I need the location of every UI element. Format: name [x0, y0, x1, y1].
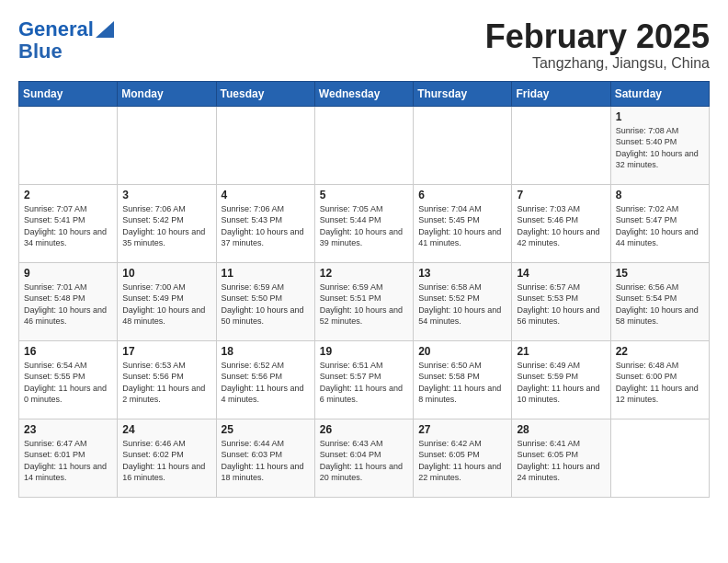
- calendar-cell: 20Sunrise: 6:50 AM Sunset: 5:58 PM Dayli…: [414, 340, 512, 419]
- calendar-cell: 15Sunrise: 6:56 AM Sunset: 5:54 PM Dayli…: [610, 262, 709, 340]
- calendar-cell: 24Sunrise: 6:46 AM Sunset: 6:02 PM Dayli…: [118, 419, 216, 497]
- day-number: 26: [320, 423, 408, 436]
- column-header-friday: Friday: [512, 81, 610, 106]
- calendar-table: SundayMondayTuesdayWednesdayThursdayFrid…: [18, 81, 710, 498]
- calendar-week-row: 1Sunrise: 7:08 AM Sunset: 5:40 PM Daylig…: [19, 106, 710, 184]
- calendar-cell: 26Sunrise: 6:43 AM Sunset: 6:04 PM Dayli…: [314, 419, 413, 497]
- day-number: 8: [616, 189, 704, 201]
- day-info: Sunrise: 7:05 AM Sunset: 5:44 PM Dayligh…: [320, 203, 408, 249]
- calendar-cell: 9Sunrise: 7:01 AM Sunset: 5:48 PM Daylig…: [19, 262, 118, 340]
- day-number: 27: [418, 423, 506, 436]
- calendar-cell: [512, 106, 610, 184]
- day-info: Sunrise: 7:00 AM Sunset: 5:49 PM Dayligh…: [122, 282, 210, 327]
- day-info: Sunrise: 7:06 AM Sunset: 5:43 PM Dayligh…: [222, 203, 310, 249]
- calendar-cell: 3Sunrise: 7:06 AM Sunset: 5:42 PM Daylig…: [118, 184, 216, 262]
- calendar-cell: 18Sunrise: 6:52 AM Sunset: 5:56 PM Dayli…: [216, 340, 314, 419]
- day-info: Sunrise: 6:50 AM Sunset: 5:58 PM Dayligh…: [418, 360, 506, 406]
- day-info: Sunrise: 6:57 AM Sunset: 5:53 PM Dayligh…: [517, 282, 605, 327]
- day-info: Sunrise: 6:56 AM Sunset: 5:54 PM Dayligh…: [616, 282, 704, 327]
- calendar-header-row: SundayMondayTuesdayWednesdayThursdayFrid…: [19, 81, 710, 106]
- calendar-cell: [118, 106, 216, 184]
- day-info: Sunrise: 6:59 AM Sunset: 5:50 PM Dayligh…: [222, 282, 310, 327]
- calendar-week-row: 9Sunrise: 7:01 AM Sunset: 5:48 PM Daylig…: [19, 262, 710, 340]
- day-number: 13: [418, 267, 506, 280]
- calendar-cell: 22Sunrise: 6:48 AM Sunset: 6:00 PM Dayli…: [610, 340, 709, 419]
- calendar-week-row: 2Sunrise: 7:07 AM Sunset: 5:41 PM Daylig…: [19, 184, 710, 262]
- calendar-cell: 27Sunrise: 6:42 AM Sunset: 6:05 PM Dayli…: [414, 419, 512, 497]
- calendar-cell: 1Sunrise: 7:08 AM Sunset: 5:40 PM Daylig…: [610, 106, 709, 184]
- calendar-cell: [414, 106, 512, 184]
- day-info: Sunrise: 6:46 AM Sunset: 6:02 PM Dayligh…: [122, 438, 210, 484]
- day-info: Sunrise: 6:58 AM Sunset: 5:52 PM Dayligh…: [418, 282, 506, 327]
- day-info: Sunrise: 6:48 AM Sunset: 6:00 PM Dayligh…: [616, 360, 704, 406]
- day-info: Sunrise: 6:44 AM Sunset: 6:03 PM Dayligh…: [222, 438, 310, 484]
- calendar-cell: 8Sunrise: 7:02 AM Sunset: 5:47 PM Daylig…: [610, 184, 709, 262]
- day-number: 23: [24, 423, 112, 436]
- day-number: 25: [222, 423, 310, 436]
- day-info: Sunrise: 6:42 AM Sunset: 6:05 PM Dayligh…: [418, 438, 506, 484]
- day-info: Sunrise: 6:59 AM Sunset: 5:51 PM Dayligh…: [320, 282, 408, 327]
- day-number: 5: [320, 189, 408, 201]
- calendar-cell: 7Sunrise: 7:03 AM Sunset: 5:46 PM Daylig…: [512, 184, 610, 262]
- calendar-cell: 25Sunrise: 6:44 AM Sunset: 6:03 PM Dayli…: [216, 419, 314, 497]
- day-info: Sunrise: 7:04 AM Sunset: 5:45 PM Dayligh…: [418, 203, 506, 249]
- calendar-cell: [216, 106, 314, 184]
- logo: General Blue: [18, 18, 114, 63]
- day-number: 17: [122, 345, 210, 358]
- calendar-cell: 12Sunrise: 6:59 AM Sunset: 5:51 PM Dayli…: [314, 262, 413, 340]
- day-info: Sunrise: 6:52 AM Sunset: 5:56 PM Dayligh…: [222, 360, 310, 406]
- svg-marker-0: [96, 21, 114, 38]
- calendar-week-row: 16Sunrise: 6:54 AM Sunset: 5:55 PM Dayli…: [19, 340, 710, 419]
- calendar-cell: [610, 419, 709, 497]
- day-number: 28: [517, 423, 605, 436]
- calendar-week-row: 23Sunrise: 6:47 AM Sunset: 6:01 PM Dayli…: [19, 419, 710, 497]
- calendar-cell: 14Sunrise: 6:57 AM Sunset: 5:53 PM Dayli…: [512, 262, 610, 340]
- calendar-cell: 4Sunrise: 7:06 AM Sunset: 5:43 PM Daylig…: [216, 184, 314, 262]
- day-number: 12: [320, 267, 408, 280]
- day-info: Sunrise: 7:06 AM Sunset: 5:42 PM Dayligh…: [122, 203, 210, 249]
- day-number: 11: [222, 267, 310, 280]
- day-info: Sunrise: 6:41 AM Sunset: 6:05 PM Dayligh…: [517, 438, 605, 484]
- column-header-thursday: Thursday: [414, 81, 512, 106]
- day-number: 6: [418, 189, 506, 201]
- column-header-saturday: Saturday: [610, 81, 709, 106]
- column-header-wednesday: Wednesday: [314, 81, 413, 106]
- calendar-cell: 11Sunrise: 6:59 AM Sunset: 5:50 PM Dayli…: [216, 262, 314, 340]
- day-info: Sunrise: 7:07 AM Sunset: 5:41 PM Dayligh…: [24, 203, 112, 249]
- page-header: General Blue February 2025 Tangzhang, Ji…: [18, 18, 710, 72]
- calendar-cell: 10Sunrise: 7:00 AM Sunset: 5:49 PM Dayli…: [118, 262, 216, 340]
- day-info: Sunrise: 6:54 AM Sunset: 5:55 PM Dayligh…: [24, 360, 112, 406]
- calendar-cell: 2Sunrise: 7:07 AM Sunset: 5:41 PM Daylig…: [19, 184, 118, 262]
- column-header-monday: Monday: [118, 81, 216, 106]
- month-year-title: February 2025: [485, 18, 710, 55]
- calendar-cell: 17Sunrise: 6:53 AM Sunset: 5:56 PM Dayli…: [118, 340, 216, 419]
- day-number: 4: [222, 189, 310, 201]
- day-info: Sunrise: 7:03 AM Sunset: 5:46 PM Dayligh…: [517, 203, 605, 249]
- day-number: 18: [222, 345, 310, 358]
- day-info: Sunrise: 6:53 AM Sunset: 5:56 PM Dayligh…: [122, 360, 210, 406]
- calendar-cell: 13Sunrise: 6:58 AM Sunset: 5:52 PM Dayli…: [414, 262, 512, 340]
- day-info: Sunrise: 7:08 AM Sunset: 5:40 PM Dayligh…: [616, 125, 704, 171]
- day-number: 20: [418, 345, 506, 358]
- day-number: 1: [616, 110, 704, 123]
- day-number: 10: [122, 267, 210, 280]
- day-number: 15: [616, 267, 704, 280]
- day-number: 7: [517, 189, 605, 201]
- column-header-sunday: Sunday: [19, 81, 118, 106]
- calendar-cell: 5Sunrise: 7:05 AM Sunset: 5:44 PM Daylig…: [314, 184, 413, 262]
- calendar-cell: 28Sunrise: 6:41 AM Sunset: 6:05 PM Dayli…: [512, 419, 610, 497]
- day-number: 14: [517, 267, 605, 280]
- day-number: 9: [24, 267, 112, 280]
- day-number: 19: [320, 345, 408, 358]
- calendar-cell: 16Sunrise: 6:54 AM Sunset: 5:55 PM Dayli…: [19, 340, 118, 419]
- logo-icon: [96, 21, 114, 38]
- calendar-cell: [19, 106, 118, 184]
- logo-text: General: [18, 18, 94, 40]
- day-number: 16: [24, 345, 112, 358]
- day-number: 2: [24, 189, 112, 201]
- calendar-cell: 21Sunrise: 6:49 AM Sunset: 5:59 PM Dayli…: [512, 340, 610, 419]
- calendar-cell: 19Sunrise: 6:51 AM Sunset: 5:57 PM Dayli…: [314, 340, 413, 419]
- day-number: 3: [122, 189, 210, 201]
- day-info: Sunrise: 6:49 AM Sunset: 5:59 PM Dayligh…: [517, 360, 605, 406]
- day-info: Sunrise: 6:43 AM Sunset: 6:04 PM Dayligh…: [320, 438, 408, 484]
